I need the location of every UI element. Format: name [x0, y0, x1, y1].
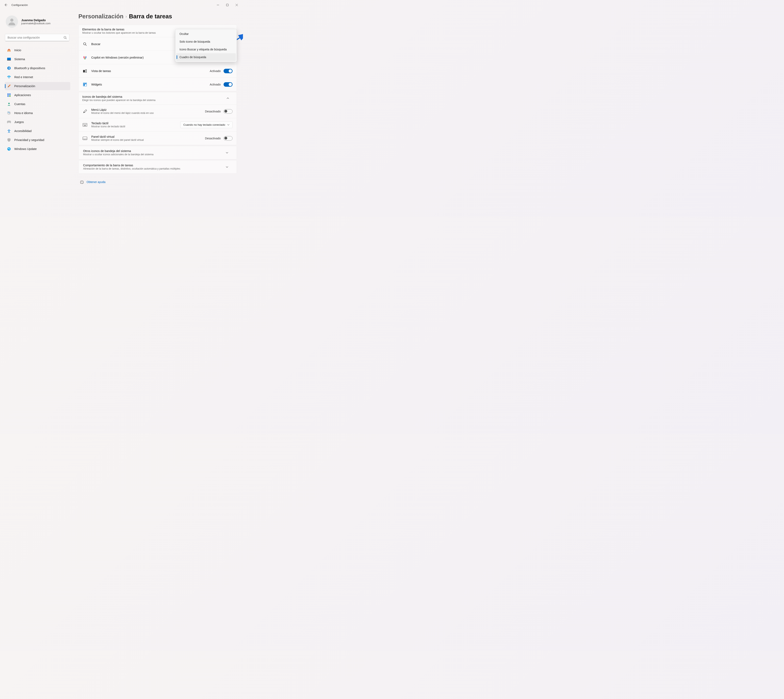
- chevron-down-icon: [226, 151, 232, 154]
- nav-label: Accesibilidad: [14, 129, 32, 133]
- chevron-up-icon: [226, 97, 233, 100]
- search-input[interactable]: [8, 36, 63, 39]
- taskbar-behavior-expander[interactable]: Comportamiento de la barra de tareas Ali…: [78, 160, 237, 174]
- wifi-icon: [7, 75, 11, 79]
- nav-network[interactable]: Red e Internet: [5, 73, 70, 81]
- svg-point-18: [83, 43, 86, 45]
- nav-label: Juegos: [14, 120, 24, 124]
- keyboard-icon: [83, 123, 87, 127]
- breadcrumb-parent[interactable]: Personalización: [78, 13, 123, 20]
- row-label: Teclado táctil: [91, 122, 125, 125]
- state-text: Activado: [210, 70, 221, 73]
- back-button[interactable]: [2, 1, 10, 9]
- clock-icon: [7, 111, 11, 115]
- close-icon: [236, 4, 238, 6]
- svg-point-29: [85, 124, 86, 124]
- popup-option-hide[interactable]: Ocultar: [176, 30, 236, 38]
- get-help-link[interactable]: ? Obtener ayuda: [78, 174, 237, 186]
- popup-option-icon-only[interactable]: Solo icono de búsqueda: [176, 38, 236, 45]
- toggle-widgets[interactable]: [224, 82, 233, 87]
- svg-point-17: [7, 147, 11, 151]
- nav-home[interactable]: Inicio: [5, 46, 70, 54]
- popup-option-search-box[interactable]: Cuadro de búsqueda: [176, 53, 236, 61]
- popup-option-icon-label[interactable]: Icono Buscar y etiqueta de búsqueda: [176, 45, 236, 53]
- card-header[interactable]: Iconos de bandeja del sistema Elegir los…: [79, 92, 237, 104]
- nav-privacy[interactable]: Privacidad y seguridad: [5, 136, 70, 144]
- nav-gaming[interactable]: Juegos: [5, 118, 70, 126]
- chevron-down-icon: [227, 124, 229, 126]
- search-icon: [63, 36, 67, 39]
- row-label: Widgets: [91, 83, 102, 86]
- copilot-icon: [83, 55, 87, 60]
- sidebar: Juanma Delgado juanmatek@outlook.com Ini…: [0, 10, 73, 217]
- help-label: Obtener ayuda: [86, 181, 106, 184]
- nav-label: Windows Update: [14, 147, 37, 151]
- svg-rect-22: [85, 71, 87, 73]
- svg-rect-4: [7, 60, 11, 61]
- touchpad-icon: [83, 136, 87, 141]
- search-dropdown-popup: Ocultar Solo icono de búsqueda Icono Bus…: [175, 29, 237, 62]
- minimize-icon: [217, 4, 219, 6]
- user-name: Juanma Delgado: [21, 18, 50, 22]
- apps-icon: [7, 93, 11, 97]
- nav-time[interactable]: Hora e idioma: [5, 109, 70, 117]
- titlebar: Configuración: [0, 0, 243, 10]
- main-content: Personalización › Barra de tareas Elemen…: [73, 10, 243, 217]
- svg-point-13: [8, 112, 8, 113]
- person-icon: [7, 17, 16, 26]
- widgets-icon: [83, 82, 87, 87]
- svg-rect-8: [9, 93, 11, 95]
- pen-icon: [83, 109, 87, 114]
- other-tray-icons-expander[interactable]: Otros iconos de bandeja del sistema Most…: [78, 146, 237, 159]
- maximize-button[interactable]: [223, 2, 232, 8]
- row-sub: Mostrar el icono del menú del lápiz cuan…: [91, 112, 154, 114]
- nav-label: Privacidad y seguridad: [14, 138, 44, 142]
- close-button[interactable]: [232, 2, 241, 8]
- svg-rect-0: [226, 4, 228, 6]
- search-box[interactable]: [5, 34, 70, 41]
- svg-point-6: [8, 78, 9, 79]
- svg-point-30: [86, 124, 86, 124]
- svg-point-1: [10, 18, 13, 22]
- svg-rect-20: [83, 70, 85, 73]
- svg-rect-9: [7, 95, 9, 97]
- user-block[interactable]: Juanma Delgado juanmatek@outlook.com: [4, 10, 71, 33]
- nav-label: Aplicaciones: [14, 93, 31, 97]
- nav-accounts[interactable]: Cuentas: [5, 100, 70, 108]
- row-label: Panel táctil virtual: [91, 135, 144, 138]
- system-icon: [7, 57, 11, 61]
- toggle-touchpad[interactable]: [224, 136, 233, 141]
- svg-rect-35: [84, 126, 86, 126]
- gamepad-icon: [7, 120, 11, 124]
- svg-point-34: [86, 125, 86, 125]
- svg-point-27: [83, 124, 84, 124]
- window-controls: [213, 2, 241, 8]
- user-email: juanmatek@outlook.com: [21, 22, 50, 25]
- nav-apps[interactable]: Aplicaciones: [5, 91, 70, 99]
- brush-icon: [7, 84, 11, 88]
- nav-personalization[interactable]: Personalización: [5, 82, 70, 90]
- nav-update[interactable]: Windows Update: [5, 145, 70, 153]
- svg-rect-10: [9, 95, 11, 97]
- svg-point-14: [8, 121, 8, 122]
- nav-list: Inicio Sistema Bluetooth y dispositivos …: [4, 46, 71, 153]
- svg-rect-24: [84, 83, 85, 86]
- nav-label: Personalización: [14, 84, 35, 88]
- accessibility-icon: [7, 129, 11, 133]
- search-icon: [83, 42, 87, 46]
- toggle-taskview[interactable]: [224, 69, 233, 73]
- nav-accessibility[interactable]: Accesibilidad: [5, 127, 70, 135]
- minimize-button[interactable]: [213, 2, 223, 8]
- svg-text:?: ?: [81, 181, 82, 183]
- nav-bluetooth[interactable]: Bluetooth y dispositivos: [5, 64, 70, 72]
- system-tray-card: Iconos de bandeja del sistema Elegir los…: [78, 92, 237, 145]
- nav-system[interactable]: Sistema: [5, 55, 70, 63]
- toggle-pen[interactable]: [224, 109, 233, 114]
- nav-label: Cuentas: [14, 103, 25, 106]
- breadcrumb: Personalización › Barra de tareas: [78, 13, 237, 20]
- state-text: Desactivado: [205, 137, 221, 140]
- update-icon: [7, 147, 11, 151]
- expander-title: Comportamiento de la barra de tareas: [83, 164, 226, 167]
- shield-icon: [7, 138, 11, 142]
- touch-keyboard-dropdown[interactable]: Cuando no hay teclado conectado: [180, 121, 233, 128]
